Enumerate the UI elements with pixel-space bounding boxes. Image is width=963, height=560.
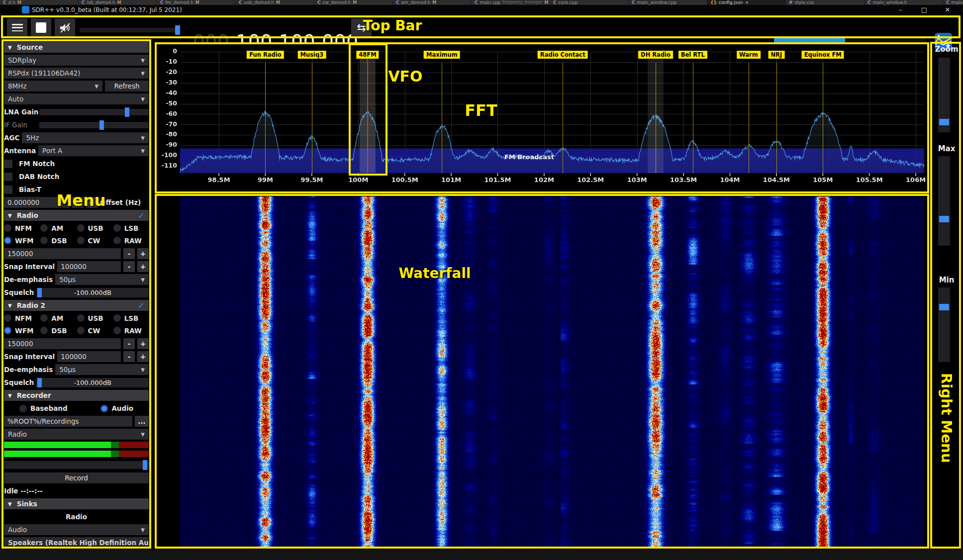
slider-handle[interactable] [143,460,147,470]
mode-option-am[interactable]: AM [40,313,76,323]
antenna-dropdown[interactable]: Port A▼ [38,145,149,156]
editor-tab[interactable]: Cmain.cppradio [943,0,963,5]
menu-toggle-button[interactable] [7,18,27,37]
editor-tab[interactable]: Ccore.cpp [550,0,629,5]
source-device-dropdown[interactable]: RSPdx (191106DA42)▼ [4,68,149,79]
slider-handle[interactable] [125,107,129,117]
refresh-button[interactable]: Refresh [105,81,149,92]
editor-tab[interactable]: Cusb_demod.hM [236,0,314,5]
bw-minus-button[interactable]: - [123,338,135,349]
close-button[interactable]: ✕ [940,5,955,14]
mode-option-cw[interactable]: CW [77,235,112,246]
mode-option-raw[interactable]: RAW [113,325,149,336]
offset-input[interactable]: 0.000000 [4,197,70,208]
source-driver-dropdown[interactable]: SDRplay▼ [4,55,149,66]
station-label-dh-radio[interactable]: DH Radio [638,51,673,59]
mode-option-wfm[interactable]: WFM [4,325,39,336]
editor-tab[interactable]: Ccw_demod.hM [314,0,393,5]
station-label-48fm[interactable]: 48FM [356,51,379,59]
mode-option-nfm[interactable]: NFM [4,313,39,323]
section-header-radio[interactable]: ▼ Radio ✓ [4,210,149,221]
dab-notch-checkbox[interactable] [4,173,12,181]
editor-tab-strip[interactable]: Cd.hMClsb_demod.hMCfm_demod.hMCusb_demod… [0,0,963,5]
snap-minus-button[interactable]: - [123,351,135,362]
section-header-source[interactable]: ▼ Source [4,42,149,53]
min-slider[interactable] [938,287,950,362]
bandwidth-dropdown[interactable]: 8MHz▼ [4,81,102,92]
mode-option-dsb[interactable]: DSB [40,325,76,336]
recorder-mode-baseband[interactable]: Baseband [19,403,68,414]
snap-plus-button[interactable]: + [137,351,149,362]
mode-option-dsb[interactable]: DSB [40,235,76,246]
slider-handle[interactable] [37,288,42,297]
snap-minus-button[interactable]: - [123,261,135,272]
station-label-fun-radio[interactable]: Fun Radio [247,51,284,59]
mode-option-nfm[interactable]: NFM [4,223,39,233]
zoom-slider[interactable] [938,58,950,132]
snap-interval-input[interactable]: 100000 [57,261,121,272]
station-label-equinox-fm[interactable]: Equinox FM [802,51,844,59]
section-header-radio2[interactable]: ▼ Radio 2 ✓ [4,300,149,311]
close-tab-icon[interactable]: × [745,0,749,5]
slider-handle[interactable] [99,120,104,130]
deemphasis-dropdown[interactable]: 50µs▼ [55,274,149,285]
snap-plus-button[interactable]: + [137,261,149,272]
fft-canvas[interactable] [157,45,926,191]
bw-plus-button[interactable]: + [137,248,149,259]
slider-handle[interactable] [37,378,42,387]
mode-option-am[interactable]: AM [40,223,76,233]
radio-bandwidth-input[interactable]: 150000 [4,248,121,259]
mute-button[interactable] [55,18,75,37]
mode-option-wfm[interactable]: WFM [4,235,39,246]
station-label-warm[interactable]: Warm [737,51,761,59]
tuning-mode-button[interactable]: ⇆ [351,18,372,37]
lna-gain-slider[interactable] [39,109,149,115]
slider-handle[interactable] [939,119,949,125]
gain-mode-dropdown[interactable]: Auto▼ [4,93,149,104]
if-gain-slider[interactable] [39,122,149,128]
squelch-slider[interactable]: -100.000dB [36,378,149,387]
station-label-maximum[interactable]: Maximum [424,51,460,59]
editor-tab[interactable]: Cmain_window.h [865,0,943,5]
recorder-stream-dropdown[interactable]: Radio▼ [4,429,149,440]
deemphasis-dropdown[interactable]: 50µs▼ [55,364,149,375]
station-label-nrj[interactable]: NRJ [768,51,784,59]
agc-dropdown[interactable]: 5Hz▼ [22,132,149,143]
section-header-recorder[interactable]: ▼ Recorder [4,390,149,401]
station-label-radio-contact[interactable]: Radio Contact [538,51,588,59]
station-label-musiq3[interactable]: Musiq3 [298,51,326,59]
slider-handle[interactable] [939,216,949,222]
editor-tab[interactable]: Cam_demod.hM [393,0,472,5]
volume-slider-handle[interactable] [175,25,180,35]
section-header-sinks[interactable]: ▼ Sinks [4,498,149,509]
radio2-bandwidth-input[interactable]: 150000 [4,338,121,349]
bw-minus-button[interactable]: - [123,248,135,259]
editor-tab[interactable]: #style.css [786,0,865,5]
recording-path-input[interactable]: %ROOT%/Recordings [4,416,132,427]
volume-slider[interactable] [80,28,177,32]
editor-tab[interactable]: {}config.json× [707,0,786,5]
mode-option-usb[interactable]: USB [77,223,112,233]
record-button[interactable]: Record [4,472,149,483]
stop-button[interactable] [31,18,51,37]
editor-tab[interactable]: Cmain.cppfrequency_managerM [472,0,550,5]
browse-button[interactable]: ... [135,416,149,427]
fm-notch-checkbox[interactable] [4,160,12,168]
editor-tab[interactable]: Clsb_demod.hM [79,0,157,5]
maximize-button[interactable]: □ [917,5,932,14]
enabled-checkmark-icon[interactable]: ✓ [138,301,145,310]
editor-tab[interactable]: Cmain_window.cpp [629,0,707,5]
max-slider[interactable] [938,156,950,246]
recorder-mode-audio[interactable]: Audio [100,403,133,414]
audio-device-dropdown[interactable]: Speakers (Realtek High Definition Audio)… [4,537,149,546]
enabled-checkmark-icon[interactable]: ✓ [138,211,145,220]
slider-handle[interactable] [939,304,949,310]
station-label-bel-rtl[interactable]: Bel RTL [678,51,707,59]
squelch-slider[interactable]: -100.000dB [36,288,149,297]
offset-plus-button[interactable]: + [86,197,97,208]
editor-tab[interactable]: Cfm_demod.hM [157,0,236,5]
minimize-button[interactable]: – [893,5,908,14]
mode-option-lsb[interactable]: LSB [113,223,149,233]
bias-t-checkbox[interactable] [4,186,12,194]
offset-minus-button[interactable]: - [72,197,84,208]
